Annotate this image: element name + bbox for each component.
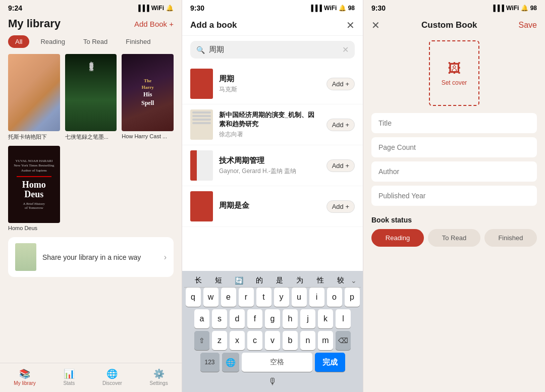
suggestion-8[interactable]: 较	[331, 276, 351, 285]
book-title-2: 七侠笔録之笔墨...	[65, 133, 117, 141]
tab-to-read[interactable]: To Read	[76, 35, 115, 48]
clear-search-icon[interactable]: ✕	[342, 45, 349, 54]
add-book-1-button[interactable]: Add +	[326, 78, 355, 90]
battery-icon: 🔔	[166, 5, 174, 12]
key-e[interactable]: e	[221, 288, 236, 307]
close-icon[interactable]: ✕	[346, 19, 355, 31]
result-cover-4	[190, 191, 213, 221]
library-header: My library Add Book +	[0, 14, 182, 35]
key-y[interactable]: y	[274, 288, 289, 307]
key-j[interactable]: j	[300, 309, 315, 328]
signal-icon-2: ▐▐▐	[309, 5, 322, 12]
key-w[interactable]: w	[203, 288, 219, 307]
nav-label-discover: Discover	[102, 380, 122, 386]
key-k[interactable]: k	[318, 309, 333, 328]
search-input[interactable]: 周期	[209, 45, 338, 54]
key-m[interactable]: m	[318, 331, 333, 350]
book-item-2[interactable]: 七侠笔録之笔墨 七侠笔録之笔墨...	[65, 54, 117, 141]
key-z[interactable]: z	[212, 331, 227, 350]
author-field[interactable]	[371, 161, 537, 182]
key-a[interactable]: a	[194, 309, 209, 328]
key-h[interactable]: h	[283, 309, 298, 328]
bottom-nav: 📚 My library 📊 Stats 🌐 Discover ⚙️ Setti…	[0, 363, 182, 392]
published-year-field[interactable]	[371, 186, 537, 206]
key-x[interactable]: x	[230, 331, 245, 350]
key-backspace[interactable]: ⌫	[336, 331, 351, 350]
title-field[interactable]	[371, 113, 537, 133]
key-b[interactable]: b	[283, 331, 298, 350]
key-shift[interactable]: ⇧	[194, 331, 209, 350]
key-d[interactable]: d	[230, 309, 245, 328]
key-i[interactable]: i	[309, 288, 324, 307]
key-q[interactable]: q	[186, 288, 201, 307]
suggestion-7[interactable]: 性	[310, 276, 331, 285]
result-name-3: 技术周期管理	[219, 156, 320, 165]
status-to-read-button[interactable]: To Read	[428, 229, 480, 247]
suggestion-4[interactable]: 的	[249, 276, 269, 285]
share-banner[interactable]: Share your library in a nice way ›	[8, 237, 174, 277]
nav-settings[interactable]: ⚙️ Settings	[150, 368, 168, 386]
status-section-label: Book status	[371, 216, 537, 224]
nav-discover[interactable]: 🌐 Discover	[102, 368, 122, 386]
wifi-icon: WiFi	[151, 5, 164, 12]
result-info-3: 技术周期管理 Gaynor, Gerard H.-盖纳 盖纳	[219, 156, 320, 176]
add-book-2-button[interactable]: Add +	[326, 119, 355, 131]
key-n[interactable]: n	[300, 331, 315, 350]
search-result-1: 周期 马克斯 Add +	[182, 64, 363, 104]
tab-finished[interactable]: Finished	[119, 35, 157, 48]
key-l[interactable]: l	[336, 309, 351, 328]
key-c[interactable]: c	[247, 331, 262, 350]
tab-all[interactable]: All	[8, 35, 29, 48]
book-item-1[interactable]: 托斯卡纳艳阳下	[8, 54, 60, 141]
key-p[interactable]: p	[345, 288, 360, 307]
wifi-icon-2: WiFi	[324, 5, 337, 12]
suggestion-2[interactable]: 短	[208, 276, 229, 285]
key-done[interactable]: 完成	[315, 353, 345, 372]
key-t[interactable]: t	[256, 288, 271, 307]
library-nav-icon: 📚	[19, 368, 30, 379]
key-s[interactable]: s	[212, 309, 227, 328]
add-book-button[interactable]: Add Book +	[134, 20, 174, 28]
suggestion-5[interactable]: 是	[269, 276, 290, 285]
suggestion-6[interactable]: 为	[290, 276, 310, 285]
nav-label-settings: Settings	[150, 380, 168, 386]
key-o[interactable]: o	[327, 288, 342, 307]
status-finished-button[interactable]: Finished	[484, 229, 537, 247]
key-u[interactable]: u	[292, 288, 307, 307]
custom-book-title: Custom Book	[421, 20, 477, 30]
add-book-panel: 9:30 ▐▐▐ WiFi 🔔 98 Add a book ✕ 🔍 周期 ✕ 周…	[182, 0, 363, 392]
status-bar-3: 9:30 ▐▐▐ WiFi 🔔 98	[363, 0, 545, 14]
nav-my-library[interactable]: 📚 My library	[14, 368, 35, 386]
close-custom-icon[interactable]: ✕	[371, 19, 380, 31]
key-v[interactable]: v	[265, 331, 280, 350]
filter-tabs: All Reading To Read Finished	[0, 35, 182, 54]
add-book-3-button[interactable]: Add +	[326, 159, 355, 172]
key-g[interactable]: g	[265, 309, 280, 328]
result-author-1: 马克斯	[219, 85, 320, 94]
book-item-3[interactable]: TheHarryHisSpell How Harry Cast ...	[122, 54, 174, 141]
add-book-4-button[interactable]: Add +	[326, 200, 355, 213]
add-book-header: Add a book ✕	[182, 14, 363, 36]
expand-suggestions-icon[interactable]: ⌄	[351, 276, 357, 285]
nav-stats[interactable]: 📊 Stats	[63, 368, 75, 386]
microphone-icon[interactable]: 🎙	[268, 376, 277, 387]
key-123[interactable]: 123	[200, 353, 220, 372]
key-r[interactable]: r	[239, 288, 254, 307]
search-result-4: 周期是金 Add +	[182, 186, 363, 227]
keyboard-row-2: a s d f g h j k l	[184, 309, 361, 328]
key-space[interactable]: 空格	[242, 353, 312, 372]
save-button[interactable]: Save	[519, 21, 537, 30]
suggestion-1[interactable]: 长	[188, 276, 208, 285]
page-count-field[interactable]	[371, 137, 537, 157]
book-item-4[interactable]: YUVAL NOAH HARARINew York Times Bestsell…	[8, 146, 60, 231]
key-f[interactable]: f	[247, 309, 262, 328]
custom-book-panel: 9:30 ▐▐▐ WiFi 🔔 98 ✕ Custom Book Save 🖼 …	[363, 0, 545, 392]
suggestion-3[interactable]: 🔄	[229, 276, 249, 285]
keyboard-row-4: 123 🌐 空格 完成	[184, 353, 361, 372]
search-bar[interactable]: 🔍 周期 ✕	[190, 41, 355, 59]
tab-reading[interactable]: Reading	[33, 35, 72, 48]
set-cover-button[interactable]: 🖼 Set cover	[429, 40, 479, 106]
book-cover-4: YUVAL NOAH HARARINew York Times Bestsell…	[8, 146, 60, 223]
key-globe[interactable]: 🌐	[222, 353, 239, 372]
status-reading-button[interactable]: Reading	[371, 229, 424, 247]
